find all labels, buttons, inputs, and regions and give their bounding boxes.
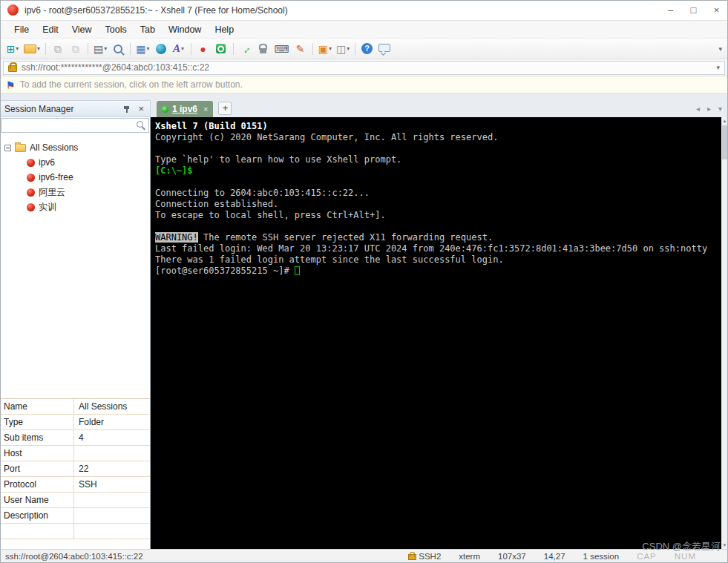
session-aliyun[interactable]: 阿里云 (0, 185, 150, 200)
session-shixun[interactable]: 实训 (0, 200, 150, 214)
tab-scroll-left-icon[interactable]: ◂ (696, 105, 700, 113)
new-file-icon[interactable]: ▣▾ (317, 41, 333, 57)
scrollbar-thumb[interactable] (722, 125, 727, 159)
flag-icon: ⚑ (6, 79, 15, 90)
property-value (74, 493, 150, 507)
toolbar-separator (355, 43, 355, 55)
property-label: User Name (0, 493, 74, 507)
address-text: ssh://root:************@2604:abc0:103:41… (22, 62, 209, 73)
lock-icon[interactable] (255, 41, 272, 57)
highlight-pen-icon[interactable]: ✎ (292, 41, 309, 57)
properties-icon[interactable]: ▤▾ (92, 41, 108, 57)
status-cursor-position: 14,27 (544, 552, 565, 561)
property-label: Port (0, 461, 74, 476)
globe-icon[interactable] (153, 41, 169, 57)
prop-port: Port 22 (0, 461, 150, 477)
property-value: All Sessions (74, 399, 150, 414)
property-value: 22 (74, 461, 150, 476)
status-protocol: SSH2 (408, 552, 441, 561)
prop-name: Name All Sessions (0, 399, 150, 415)
menu-tools[interactable]: Tools (99, 21, 134, 38)
session-search-input[interactable] (1, 120, 136, 131)
collapse-toggle-icon[interactable] (4, 145, 11, 151)
dropdown-caret-icon: ▾ (329, 45, 332, 52)
menu-window[interactable]: Window (162, 21, 208, 38)
tab-bar: 1 ipv6 × + ◂ ▸ ▾ (151, 100, 728, 117)
tile-windows-icon[interactable]: ◫▾ (335, 41, 351, 57)
prop-description: Description (0, 508, 150, 524)
property-label: Host (0, 446, 74, 461)
menu-file[interactable]: File (7, 21, 36, 38)
property-value (74, 508, 150, 523)
tree-item-all-sessions[interactable]: All Sessions (0, 140, 150, 155)
session-manager-close-button[interactable]: × (137, 104, 145, 113)
menu-help[interactable]: Help (208, 21, 240, 38)
maximize-button[interactable]: □ (682, 0, 705, 20)
property-label: Type (0, 415, 74, 429)
toolbar-separator (130, 43, 131, 55)
panel-gap (0, 93, 728, 100)
tab-nav: ◂ ▸ ▾ (696, 105, 728, 113)
menu-item-label: Help (214, 24, 234, 35)
menu-item-label: Tab (140, 24, 155, 35)
layout-icon[interactable]: ▦▾ (134, 41, 151, 57)
status-session-count: 1 session (583, 552, 620, 561)
address-field[interactable]: ssh://root:************@2604:abc0:103:41… (3, 61, 725, 75)
dropdown-caret-icon: ▾ (16, 45, 19, 52)
find-icon[interactable] (110, 41, 126, 57)
property-value (74, 524, 150, 539)
status-terminal-type: xterm (459, 552, 480, 561)
menu-view[interactable]: View (65, 21, 99, 38)
address-dropdown-icon[interactable]: ▾ (716, 64, 720, 71)
property-label: Name (0, 399, 74, 414)
toolbar-separator (88, 43, 88, 55)
menu-bar: File Edit View Tools Tab Window Help (0, 21, 728, 39)
terminal-output[interactable]: Xshell 7 (Build 0151)Copyright (c) 2020 … (151, 117, 721, 549)
open-icon[interactable]: ▾ (22, 41, 42, 57)
pin-icon[interactable] (122, 105, 131, 113)
session-manager-panel: All Sessions ipv6 ipv6-free 阿里云 (0, 117, 151, 549)
tab-menu-icon[interactable]: ▾ (718, 105, 722, 113)
minimize-button[interactable]: – (659, 0, 682, 20)
dropdown-caret-icon: ▾ (37, 45, 40, 52)
paste-icon[interactable]: ⧉ (68, 41, 84, 57)
keyboard-icon[interactable]: ⌨ (273, 41, 291, 57)
new-session-icon[interactable]: ⊞▾ (4, 41, 21, 57)
dropdown-caret-icon: ▾ (147, 45, 150, 52)
copy-icon[interactable]: ⧉ (50, 41, 66, 57)
close-button[interactable]: × (705, 0, 728, 20)
session-ipv6[interactable]: ipv6 (0, 155, 150, 170)
scrollbar-up-icon[interactable]: ▲ (721, 117, 728, 125)
session-label: 实训 (39, 201, 56, 214)
xshell-app-icon (7, 4, 19, 16)
menu-tab[interactable]: Tab (134, 21, 162, 38)
prop-empty (0, 524, 150, 539)
session-manager-title: Session Manager (4, 104, 122, 114)
disconnect-icon[interactable]: ● (195, 41, 211, 57)
feedback-icon[interactable] (376, 41, 393, 57)
window-controls: – □ × (659, 0, 728, 20)
fullscreen-icon[interactable]: ↔ (237, 41, 254, 57)
prop-type: Type Folder (0, 415, 150, 430)
toolbar-overflow-button[interactable]: ▾ (718, 45, 724, 53)
font-icon[interactable]: A▾ (171, 41, 187, 57)
xshell-session-icon (27, 203, 35, 211)
tab-ipv6[interactable]: 1 ipv6 × (157, 101, 213, 117)
tab-scroll-right-icon[interactable]: ▸ (707, 105, 711, 113)
property-value (74, 446, 150, 461)
session-label: ipv6-free (39, 172, 73, 182)
terminal-scrollbar[interactable]: ▲ ▼ (721, 117, 728, 549)
scrollbar-down-icon[interactable]: ▼ (721, 541, 728, 549)
menu-edit[interactable]: Edit (36, 21, 65, 38)
tab-close-icon[interactable]: × (203, 105, 208, 113)
toolbar: ⊞▾ ▾ ⧉ ⧉ ▤▾ ▦▾ A▾ ● (0, 39, 728, 59)
session-manager-header: Session Manager × (0, 100, 151, 117)
session-ipv6-free[interactable]: ipv6-free (0, 170, 150, 185)
new-tab-button[interactable]: + (218, 102, 232, 115)
xftp-icon[interactable] (213, 41, 229, 57)
search-icon (136, 120, 146, 131)
menu-item-label: View (72, 24, 92, 35)
property-value: 4 (74, 430, 150, 445)
window-title: ipv6 - root@ser605372855215:~ - Xshell 7… (24, 5, 288, 16)
help-icon[interactable]: ? (361, 43, 373, 54)
